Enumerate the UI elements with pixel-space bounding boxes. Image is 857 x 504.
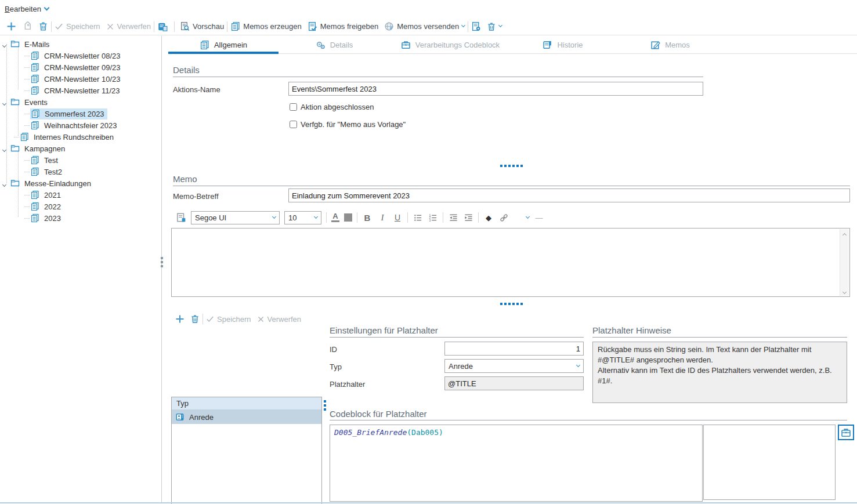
memos-send-button[interactable]: Memos versenden: [381, 19, 468, 34]
italic-button[interactable]: I: [377, 211, 388, 224]
tree-item-crm-newsletter-1123[interactable]: CRM-Newsletter 11/23: [0, 85, 161, 96]
codeblock-splitter-handle[interactable]: [324, 400, 326, 411]
font-size-select[interactable]: 10: [284, 211, 321, 224]
indent-button[interactable]: [463, 211, 473, 224]
expander-icon[interactable]: [2, 43, 6, 47]
font-family-select[interactable]: Segoe UI: [191, 211, 280, 224]
tree-item-events[interactable]: Events: [0, 96, 161, 108]
tree-item-label: CRM-Newsletter 11/23: [42, 86, 122, 96]
memos-release-button[interactable]: Memos freigeben: [305, 19, 381, 34]
save-platzhalter-button[interactable]: Speichern: [203, 311, 254, 327]
section-splitter-handle[interactable]: [500, 303, 523, 305]
tree-item-2021[interactable]: 2021: [0, 189, 161, 201]
memo-body-editor[interactable]: [171, 228, 850, 297]
symbol-button[interactable]: ◆: [483, 211, 494, 224]
tree-item-crm-newsletter-0923[interactable]: CRM-Newsletter 09/23: [0, 61, 161, 73]
codeblock-tools-button[interactable]: [838, 425, 854, 440]
tree-selection: Sommerfest 2023: [30, 108, 107, 119]
preview-button[interactable]: Vorschau: [177, 19, 227, 34]
typ-select[interactable]: Anrede: [444, 359, 584, 373]
memo-aus-vorlage-checkbox[interactable]: [290, 121, 297, 128]
memo-betreff-input[interactable]: [288, 188, 850, 202]
section-splitter-handle[interactable]: [500, 165, 523, 167]
discard-platzhalter-button[interactable]: Verwerfen: [254, 311, 305, 327]
bold-button[interactable]: B: [362, 211, 373, 224]
tree-item-crm-newsletter-0823[interactable]: CRM-Newsletter 08/23: [0, 50, 161, 61]
tree-item-weihnachtsfeier-2023[interactable]: Weihnachtsfeier 2023: [0, 119, 161, 131]
memo-vertical-scrollbar[interactable]: [840, 229, 849, 296]
indent-icon: [464, 213, 473, 222]
aktion-abgeschlossen-checkbox[interactable]: [290, 103, 297, 111]
fill-color-button[interactable]: [344, 213, 352, 222]
tab-historie[interactable]: Historie: [511, 36, 615, 53]
delete-dropdown-button[interactable]: [484, 19, 505, 34]
tree-item-2023[interactable]: 2023: [0, 212, 161, 224]
tree-item-2022[interactable]: 2022: [0, 201, 161, 212]
tree-guide: [24, 67, 30, 68]
memos-create-button[interactable]: Memos erzeugen: [227, 19, 304, 34]
add-button[interactable]: [3, 19, 19, 34]
scroll-up-arrow[interactable]: [842, 233, 847, 237]
chevron-down-icon[interactable]: [526, 214, 530, 218]
chevron-down-icon: [576, 362, 580, 367]
typ-row-anrede[interactable]: Anrede: [172, 410, 321, 424]
tab-allgemein[interactable]: Allgemein: [168, 36, 279, 53]
tree-item-crm-newsletter-1023[interactable]: CRM-Newsletter 10/23: [0, 73, 161, 85]
codeblock-editor[interactable]: D005_BriefAnrede(Dab005): [330, 425, 703, 502]
tree-item-label: Messe-Einladungen: [23, 179, 93, 188]
tag-button[interactable]: [19, 19, 35, 34]
delete-button[interactable]: [35, 19, 51, 34]
font-color-button[interactable]: A: [331, 213, 339, 222]
database-button[interactable]: [154, 19, 171, 34]
tree-item-test[interactable]: Test: [0, 154, 161, 166]
menu-bearbeiten[interactable]: Bearbeiten: [5, 5, 41, 13]
discard-button[interactable]: Verwerfen: [103, 19, 154, 34]
add-platzhalter-button[interactable]: [172, 311, 187, 327]
typ-column-header[interactable]: Typ: [172, 397, 321, 410]
pane-splitter-handle[interactable]: [161, 257, 163, 267]
expander-icon[interactable]: [2, 182, 6, 186]
trash-icon: [487, 22, 496, 31]
section-divider: [330, 337, 584, 338]
toolbar-separator: [478, 212, 479, 223]
tab-details[interactable]: Details: [279, 36, 390, 53]
settings-section-header: Einstellungen für Platzhalter: [330, 325, 438, 335]
tree-item-test2[interactable]: Test2: [0, 166, 161, 177]
bullet-list-button[interactable]: [413, 211, 423, 224]
tab-verarbeitungs-codeblock[interactable]: Verarbeitungs Codeblock: [390, 36, 511, 53]
id-input[interactable]: [444, 342, 584, 356]
section-divider: [173, 77, 703, 77]
tree-item-label: 2023: [42, 213, 63, 223]
hints-line1: Rückgabe muss ein String sein. Im Text k…: [598, 345, 842, 365]
tab-memos[interactable]: Memos: [615, 36, 725, 53]
tag-icon: [22, 21, 32, 32]
collapse-toolbar-button[interactable]: —: [534, 211, 544, 224]
underline-button[interactable]: U: [392, 211, 403, 224]
expander-icon[interactable]: [2, 147, 6, 151]
tree-item-sommerfest-2023[interactable]: Sommerfest 2023: [0, 108, 161, 119]
trash-icon: [190, 314, 200, 324]
aktions-name-label: Aktions-Name: [173, 85, 220, 94]
tree-item-messe-einladungen[interactable]: Messe-Einladungen: [0, 177, 161, 189]
memos-create-icon: [230, 21, 240, 31]
insert-template-icon[interactable]: [176, 212, 186, 223]
doc-settings-button[interactable]: [468, 19, 484, 34]
link-button[interactable]: [498, 211, 509, 224]
folder-icon: [10, 179, 20, 188]
tree-item-internes-rundschreiben[interactable]: Internes Rundschreiben: [0, 131, 161, 143]
numbered-list-button[interactable]: [428, 211, 438, 224]
font-size-value: 10: [288, 213, 296, 222]
preview-label: Vorschau: [193, 22, 224, 31]
aktions-name-input[interactable]: [288, 82, 703, 96]
document-icon: [30, 51, 39, 60]
tree-item-emails[interactable]: E-Mails: [0, 38, 161, 50]
delete-platzhalter-button[interactable]: [187, 311, 203, 327]
expander-icon[interactable]: [2, 101, 6, 105]
codeblock-side-panel[interactable]: [703, 425, 836, 500]
tree-item-kampagnen[interactable]: Kampagnen: [0, 143, 161, 154]
scroll-down-arrow[interactable]: [842, 290, 847, 294]
outdent-button[interactable]: [448, 211, 458, 224]
code-function-name: D005_BriefAnrede: [334, 428, 407, 437]
save-button[interactable]: Speichern: [52, 19, 103, 34]
x-icon: [257, 316, 265, 323]
